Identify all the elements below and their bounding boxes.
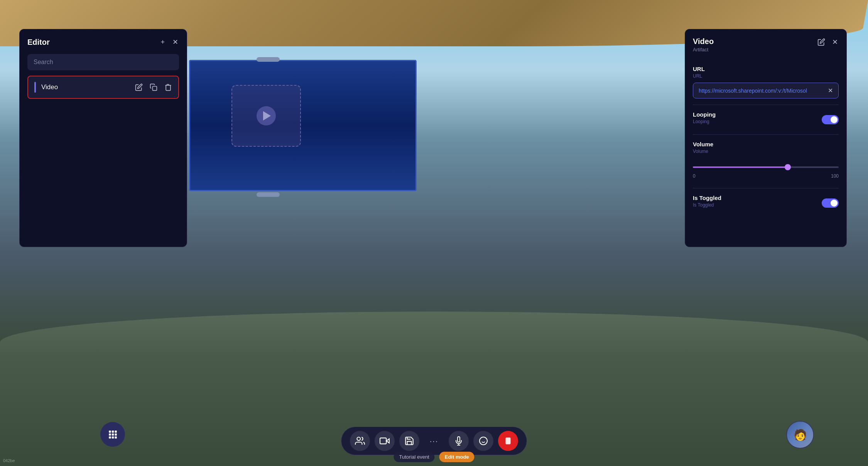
end-call-icon bbox=[503, 436, 513, 446]
svg-rect-18 bbox=[506, 437, 511, 444]
is-toggled-toggle[interactable] bbox=[822, 198, 839, 208]
screen-bar-bottom bbox=[257, 192, 280, 197]
editor-panel-title: Editor bbox=[27, 38, 50, 47]
video-preview-area bbox=[231, 85, 301, 147]
looping-label: Looping bbox=[693, 111, 716, 118]
taskbar-end-button[interactable] bbox=[498, 431, 518, 451]
taskbar-emoji-button[interactable] bbox=[473, 431, 493, 451]
artifact-panel-title: Video bbox=[693, 37, 714, 46]
play-icon bbox=[257, 106, 276, 125]
url-section: URL URL ✕ bbox=[693, 59, 839, 105]
video-item-actions bbox=[135, 83, 172, 91]
looping-toggle-row: Looping Looping bbox=[693, 111, 839, 128]
svg-rect-2 bbox=[112, 430, 114, 432]
video-item-indicator bbox=[34, 82, 36, 93]
volume-min-label: 0 bbox=[693, 173, 696, 179]
is-toggled-sublabel: Is Toggled bbox=[693, 202, 721, 208]
svg-rect-0 bbox=[153, 86, 157, 91]
volume-sublabel: Volume bbox=[693, 149, 839, 154]
svg-rect-7 bbox=[109, 436, 111, 438]
is-toggled-toggle-row: Is Toggled Is Toggled bbox=[693, 195, 839, 212]
emoji-icon bbox=[479, 436, 488, 446]
editor-panel-header: Editor + ✕ bbox=[27, 37, 179, 47]
artifact-panel: Video Artifact ✕ URL URL ✕ Loopi bbox=[685, 29, 847, 247]
more-dots-icon: ··· bbox=[430, 437, 439, 446]
people-icon bbox=[355, 436, 365, 446]
is-toggled-section: Is Toggled Is Toggled bbox=[693, 188, 839, 218]
looping-sublabel: Looping bbox=[693, 119, 716, 124]
plus-icon: + bbox=[160, 38, 165, 46]
looping-label-block: Looping Looping bbox=[693, 111, 716, 128]
artifact-close-button[interactable]: ✕ bbox=[831, 37, 839, 47]
volume-thumb[interactable] bbox=[785, 164, 791, 170]
video-delete-icon[interactable] bbox=[164, 83, 172, 91]
url-section-sublabel: URL bbox=[693, 73, 839, 79]
looping-toggle[interactable] bbox=[822, 115, 839, 124]
video-copy-icon[interactable] bbox=[150, 83, 157, 91]
volume-labels: 0 100 bbox=[693, 173, 839, 179]
volume-slider-track[interactable] bbox=[693, 166, 839, 168]
taskbar-mic-button[interactable] bbox=[449, 431, 469, 451]
user-avatar-button[interactable]: 🧑 bbox=[786, 421, 814, 449]
taskbar-save-button[interactable] bbox=[399, 431, 419, 451]
is-toggled-label: Is Toggled bbox=[693, 195, 721, 201]
svg-rect-5 bbox=[112, 434, 114, 435]
volume-label: Volume bbox=[693, 141, 839, 147]
volume-slider-fill bbox=[693, 166, 788, 168]
taskbar: ··· bbox=[341, 427, 527, 455]
taskbar-more-button[interactable]: ··· bbox=[424, 431, 444, 451]
svg-rect-8 bbox=[112, 436, 114, 438]
volume-section: Volume Volume 0 100 bbox=[693, 135, 839, 188]
is-toggled-label-block: Is Toggled Is Toggled bbox=[693, 195, 721, 212]
close-icon: ✕ bbox=[172, 38, 178, 46]
svg-point-15 bbox=[480, 437, 487, 445]
svg-rect-12 bbox=[380, 438, 386, 444]
url-input[interactable] bbox=[699, 88, 825, 94]
corner-id-text: 042be bbox=[3, 458, 15, 463]
mic-icon bbox=[454, 436, 463, 446]
video-item-label: Video bbox=[41, 83, 135, 91]
artifact-title-block: Video Artifact bbox=[693, 37, 714, 53]
volume-slider-area: 0 100 bbox=[693, 158, 839, 182]
svg-rect-9 bbox=[115, 436, 117, 438]
svg-rect-6 bbox=[115, 434, 117, 435]
svg-rect-3 bbox=[115, 430, 117, 432]
artifact-panel-header: Video Artifact ✕ bbox=[693, 37, 839, 53]
url-section-label: URL bbox=[693, 66, 839, 72]
close-icon: ✕ bbox=[832, 38, 838, 46]
edit-mode-label[interactable]: Edit mode bbox=[439, 452, 475, 462]
screen-bar-top bbox=[257, 57, 280, 62]
editor-panel-actions: + ✕ bbox=[160, 37, 179, 47]
presentation-screen bbox=[189, 60, 417, 191]
event-status-label: Tutorial event bbox=[393, 452, 434, 462]
editor-close-button[interactable]: ✕ bbox=[172, 37, 179, 47]
grid-icon bbox=[108, 429, 118, 439]
svg-marker-11 bbox=[386, 439, 389, 443]
save-icon bbox=[404, 436, 414, 446]
taskbar-people-button[interactable] bbox=[350, 431, 370, 451]
url-clear-button[interactable]: ✕ bbox=[828, 87, 833, 94]
avatar-figure: 🧑 bbox=[794, 429, 807, 441]
video-edit-icon[interactable] bbox=[135, 83, 143, 91]
volume-max-label: 100 bbox=[831, 173, 839, 179]
search-input[interactable] bbox=[27, 54, 179, 70]
grid-button[interactable] bbox=[100, 422, 125, 447]
svg-point-10 bbox=[357, 437, 360, 441]
play-triangle bbox=[263, 111, 271, 120]
camera-icon bbox=[380, 436, 390, 446]
looping-section: Looping Looping bbox=[693, 105, 839, 135]
artifact-edit-button[interactable] bbox=[817, 37, 826, 47]
artifact-panel-subtitle: Artifact bbox=[693, 47, 714, 53]
artifact-header-actions: ✕ bbox=[817, 37, 839, 47]
svg-rect-4 bbox=[109, 434, 111, 435]
taskbar-camera-button[interactable] bbox=[375, 431, 395, 451]
video-item-row[interactable]: Video bbox=[27, 76, 179, 99]
svg-rect-1 bbox=[109, 430, 111, 432]
editor-add-button[interactable]: + bbox=[160, 37, 165, 47]
editor-panel: Editor + ✕ Video bbox=[19, 29, 187, 247]
url-input-row: ✕ bbox=[693, 83, 839, 98]
status-bar: Tutorial event Edit mode bbox=[393, 452, 474, 462]
